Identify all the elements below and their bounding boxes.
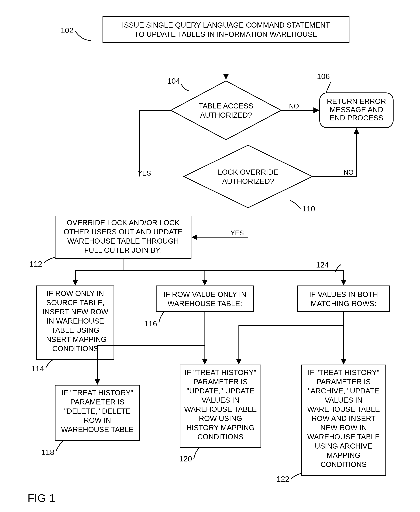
- node-110-line2: AUTHORIZED?: [222, 177, 274, 185]
- node-122-l9: USING ARCHIVE: [315, 442, 372, 450]
- node-124-l1: IF VALUES IN BOTH: [309, 290, 378, 298]
- ref-leader-120: [194, 448, 199, 459]
- node-114-l3: INSERT NEW ROW: [42, 308, 108, 316]
- ref-leader-124: [335, 265, 341, 272]
- node-114: IF ROW ONLY IN SOURCE TABLE, INSERT NEW …: [37, 286, 114, 359]
- ref-120: 120: [179, 454, 192, 463]
- node-118-l5: WAREHOUSE TABLE: [61, 425, 134, 434]
- ref-leader-118: [56, 440, 63, 451]
- ref-leader-102: [75, 31, 91, 40]
- node-124: IF VALUES IN BOTH MATCHING ROWS:: [298, 286, 390, 312]
- ref-110: 110: [302, 204, 315, 213]
- ref-leader-116: [159, 312, 165, 323]
- node-122-l4: VALUES IN: [325, 396, 362, 404]
- edge-104-106-label: NO: [289, 102, 299, 110]
- node-120-l2: PARAMETER IS: [194, 378, 248, 386]
- svg-marker-1: [171, 81, 281, 140]
- node-104-line1: TABLE ACCESS: [199, 102, 253, 110]
- ref-106: 106: [317, 72, 330, 81]
- node-116-l2: WAREHOUSE TABLE:: [168, 299, 242, 308]
- node-118: IF "TREAT HISTORY" PARAMETER IS "DELETE,…: [55, 385, 140, 440]
- node-124-l2: MATCHING ROWS:: [311, 299, 376, 308]
- node-110-line1: LOCK OVERRIDE: [218, 168, 278, 176]
- node-118-l4: ROW IN: [84, 416, 111, 424]
- node-110: LOCK OVERRIDE AUTHORIZED?: [184, 145, 312, 208]
- node-106-line3: END PROCESS: [330, 114, 383, 122]
- node-122-l7: NEW ROW IN: [320, 424, 367, 432]
- node-118-l2: PARAMETER IS: [70, 398, 125, 406]
- node-122-l1: IF "TREAT HISTORY": [308, 368, 379, 376]
- node-122-l6: ROW AND INSERT: [312, 414, 375, 422]
- node-122-l8: WAREHOUSE TABLE: [307, 433, 380, 441]
- node-112-line4: FULL OUTER JOIN BY:: [84, 246, 162, 254]
- flowchart: ISSUE SINGLE QUERY LANGUAGE COMMAND STAT…: [0, 0, 420, 512]
- ref-124: 124: [316, 260, 329, 269]
- edge-110-106-label: NO: [344, 168, 353, 176]
- ref-leader-104: [181, 84, 189, 91]
- ref-leader-122: [291, 474, 301, 479]
- node-120: IF "TREAT HISTORY" PARAMETER IS "UPDATE,…: [180, 365, 261, 448]
- node-106: RETURN ERROR MESSAGE AND END PROCESS: [320, 93, 393, 128]
- node-114-l6: INSERT MAPPING: [44, 335, 107, 344]
- node-114-l4: IN WAREHOUSE: [47, 317, 104, 325]
- node-120-l3: "UPDATE," UPDATE: [187, 387, 254, 395]
- node-112-line1: OVERRIDE LOCK AND/OR LOCK: [67, 219, 180, 227]
- node-104: TABLE ACCESS AUTHORIZED?: [171, 81, 281, 140]
- node-116-l1: IF ROW VALUE ONLY IN: [163, 290, 246, 298]
- node-112: OVERRIDE LOCK AND/OR LOCK OTHER USERS OU…: [55, 216, 191, 258]
- edge-110-112-label: YES: [231, 229, 244, 237]
- node-106-line2: MESSAGE AND: [330, 106, 383, 114]
- svg-rect-6: [156, 286, 254, 312]
- svg-marker-3: [184, 145, 312, 208]
- node-122-l3: "ARCHIVE," UPDATE: [308, 387, 379, 395]
- edge-104-110-label: YES: [138, 169, 151, 177]
- ref-leader-110: [290, 200, 300, 209]
- node-118-l1: IF "TREAT HISTORY": [61, 389, 133, 397]
- ref-leader-114: [46, 359, 53, 368]
- node-122: IF "TREAT HISTORY" PARAMETER IS "ARCHIVE…: [301, 365, 386, 475]
- ref-102: 102: [61, 26, 74, 35]
- node-112-line2: OTHER USERS OUT AND UPDATE: [64, 228, 183, 236]
- node-120-l5: WAREHOUSE TABLE: [184, 405, 257, 413]
- node-112-line3: WAREHOUSE TABLE THROUGH: [67, 237, 179, 245]
- node-122-l10: MAPPING: [327, 451, 360, 459]
- svg-rect-0: [103, 16, 349, 42]
- node-102: ISSUE SINGLE QUERY LANGUAGE COMMAND STAT…: [103, 16, 349, 42]
- node-120-l4: VALUES IN: [202, 396, 240, 404]
- node-104-line2: AUTHORIZED?: [200, 111, 252, 119]
- ref-112: 112: [30, 260, 42, 268]
- node-120-l6: ROW USING: [199, 414, 242, 422]
- ref-104: 104: [167, 77, 180, 85]
- ref-116: 116: [144, 319, 157, 328]
- node-106-line1: RETURN ERROR: [327, 97, 386, 105]
- ref-122: 122: [277, 475, 289, 483]
- node-116: IF ROW VALUE ONLY IN WAREHOUSE TABLE:: [156, 286, 254, 312]
- ref-leader-112: [44, 257, 55, 263]
- node-120-l1: IF "TREAT HISTORY": [185, 368, 256, 376]
- node-114-l7: CONDITIONS: [52, 344, 98, 353]
- node-114-l1: IF ROW ONLY IN: [47, 289, 104, 298]
- svg-rect-7: [298, 286, 390, 312]
- node-102-line2: TO UPDATE TABLES IN INFORMATION WAREHOUS…: [134, 30, 317, 38]
- ref-leader-106: [326, 82, 331, 93]
- edge-104-110: [140, 110, 171, 176]
- node-122-l5: WAREHOUSE TABLE: [307, 405, 380, 413]
- node-120-l8: CONDITIONS: [197, 433, 243, 441]
- figure-label: FIG 1: [28, 492, 55, 504]
- node-120-l7: HISTORY MAPPING: [186, 424, 255, 432]
- node-122-l2: PARAMETER IS: [316, 378, 371, 386]
- node-122-l11: CONDITIONS: [320, 460, 367, 468]
- node-114-l5: TABLE USING: [51, 326, 99, 334]
- node-118-l3: "DELETE," DELETE: [64, 407, 131, 415]
- node-102-line1: ISSUE SINGLE QUERY LANGUAGE COMMAND STAT…: [122, 21, 330, 29]
- ref-114: 114: [31, 364, 44, 373]
- node-114-l2: SOURCE TABLE,: [46, 298, 104, 307]
- ref-118: 118: [41, 448, 54, 457]
